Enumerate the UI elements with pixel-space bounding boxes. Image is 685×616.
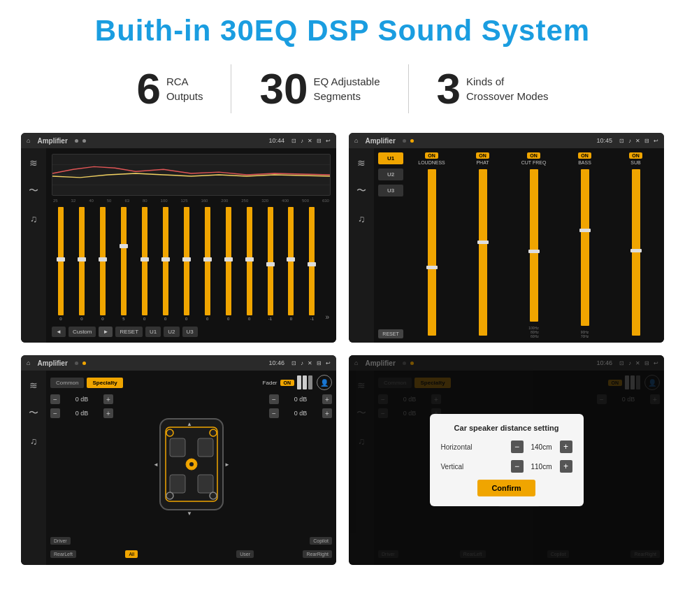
profile-icon[interactable]: 👤 xyxy=(317,375,332,390)
wave2-icon[interactable]: 〜 xyxy=(354,183,369,199)
dialog-box: Car speaker distance setting Horizontal … xyxy=(430,414,584,506)
eq-prev-btn[interactable]: ◄ xyxy=(52,327,66,337)
wave-icon[interactable]: 〜 xyxy=(26,183,41,199)
back2-icon[interactable]: ↩ xyxy=(654,138,658,144)
eq2-icon[interactable]: ≋ xyxy=(354,155,369,171)
wave3-icon[interactable]: 〜 xyxy=(26,406,41,421)
eq-u2-btn[interactable]: U2 xyxy=(164,327,179,337)
rearleft-btn[interactable]: RearLeft xyxy=(50,550,76,558)
eq-u3-btn[interactable]: U3 xyxy=(182,327,198,337)
eq-slider-9[interactable]: 0 xyxy=(219,207,238,321)
svg-rect-7 xyxy=(170,475,185,493)
eq-slider-4[interactable]: 5 xyxy=(115,207,133,321)
eq-custom-btn[interactable]: Custom xyxy=(68,327,96,337)
page-wrapper: Buith-in 30EQ DSP Sound System 6 RCA Out… xyxy=(0,0,685,579)
stat-text-crossover: Kinds of Crossover Modes xyxy=(466,67,549,103)
fader-on-badge[interactable]: ON xyxy=(280,380,295,386)
sub-on[interactable]: ON xyxy=(629,152,642,159)
fader-left-controls: − 0 dB + − 0 dB + xyxy=(50,394,113,534)
eq-slider-7[interactable]: 0 xyxy=(178,207,196,321)
db-plus-2[interactable]: + xyxy=(103,408,113,418)
db-plus-3[interactable]: + xyxy=(322,394,332,404)
back-icon[interactable]: ↩ xyxy=(326,138,331,144)
db-val-2: 0 dB xyxy=(63,410,101,417)
speaker2-icon[interactable]: ♫ xyxy=(354,211,369,227)
db-minus-1[interactable]: − xyxy=(50,394,60,404)
stats-row: 6 RCA Outputs 30 EQ Adjustable Segments … xyxy=(21,64,664,113)
eq-slider-11[interactable]: -1 xyxy=(261,207,280,321)
bass-slider[interactable] xyxy=(581,169,589,326)
arrow-right-icon[interactable]: » xyxy=(325,313,329,321)
db-minus-2[interactable]: − xyxy=(50,408,60,418)
fader-tabs: Common Specialty xyxy=(50,378,123,388)
u2-btn[interactable]: U2 xyxy=(378,169,403,180)
confirm-button[interactable]: Confirm xyxy=(477,480,535,496)
home2-icon[interactable]: ⌂ xyxy=(354,137,358,144)
eq-main: 25 32 40 50 63 80 100 125 160 200 250 32… xyxy=(46,148,336,343)
phat-slider[interactable] xyxy=(479,169,487,336)
loudness-slider[interactable] xyxy=(428,169,436,336)
eq-slider-10[interactable]: 0 xyxy=(240,207,259,321)
rearright-btn[interactable]: RearRight xyxy=(303,550,332,558)
speaker3-icon[interactable]: ♫ xyxy=(26,434,41,449)
eq-slider-13[interactable]: -1 xyxy=(303,207,321,321)
channel-bass: ON BASS 90Hz70Hz xyxy=(561,152,609,338)
eq-slider-5[interactable]: 0 xyxy=(136,207,154,321)
driver-btn[interactable]: Driver xyxy=(50,537,71,545)
eq-slider-12[interactable]: 0 xyxy=(282,207,300,321)
stat-line2-eq: Segments xyxy=(313,89,380,103)
horizontal-plus-btn[interactable]: + xyxy=(560,440,572,453)
crossover-main: U1 U2 U3 RESET ON LOUDNESS xyxy=(374,148,664,343)
crossover-reset-btn[interactable]: RESET xyxy=(378,329,403,338)
cutfreq-slider[interactable] xyxy=(530,169,538,322)
eq-slider-6[interactable]: 0 xyxy=(157,207,175,321)
eq-slider-2[interactable]: 0 xyxy=(73,207,91,321)
vertical-label: Vertical xyxy=(441,463,483,471)
stat-text-eq: EQ Adjustable Segments xyxy=(313,67,380,103)
horizontal-stepper: − 140cm + xyxy=(511,440,572,453)
topbar3-title: Amplifier xyxy=(37,359,67,367)
car-diagram: ▲ ▼ ◄ ► xyxy=(119,394,264,534)
cutfreq-on[interactable]: ON xyxy=(527,152,540,159)
horizontal-minus-btn[interactable]: − xyxy=(511,440,524,453)
vertical-plus-btn[interactable]: + xyxy=(560,460,572,473)
copilot-btn[interactable]: Copilot xyxy=(310,537,332,545)
stat-item-eq: 30 EQ Adjustable Segments xyxy=(231,67,408,110)
topbar1-dot2 xyxy=(82,139,86,143)
back3-icon[interactable]: ↩ xyxy=(326,360,331,366)
eq-u1-btn[interactable]: U1 xyxy=(145,327,161,337)
phat-on[interactable]: ON xyxy=(476,152,489,159)
eq-slider-8[interactable]: 0 xyxy=(199,207,217,321)
home3-icon[interactable]: ⌂ xyxy=(27,359,30,366)
eq3-icon[interactable]: ≋ xyxy=(26,378,41,393)
topbar3-time: 10:46 xyxy=(268,359,284,366)
loudness-on[interactable]: ON xyxy=(425,152,438,159)
user-btn[interactable]: User xyxy=(236,550,254,558)
tab-common[interactable]: Common xyxy=(50,378,84,388)
speaker-icon[interactable]: ♫ xyxy=(26,211,41,227)
bass-on[interactable]: ON xyxy=(578,152,591,159)
all-btn[interactable]: All xyxy=(125,550,138,558)
db-plus-4[interactable]: + xyxy=(322,408,332,418)
screen-eq: ⌂ Amplifier 10:44 ⊡ ♪ ✕ ⊟ ↩ ≋ 〜 ♫ xyxy=(21,133,336,343)
eq-slider-1[interactable]: 0 xyxy=(52,207,70,321)
svg-point-10 xyxy=(189,462,194,466)
eq-sliders-area: 0 0 0 5 0 0 0 0 0 0 -1 0 -1 » xyxy=(52,207,331,324)
vertical-minus-btn[interactable]: − xyxy=(511,460,524,473)
sub-slider[interactable] xyxy=(632,169,640,336)
tab-specialty[interactable]: Specialty xyxy=(87,378,122,388)
eq-reset-btn[interactable]: RESET xyxy=(115,327,143,337)
db-val-1: 0 dB xyxy=(63,396,101,403)
eq-slider-3[interactable]: 0 xyxy=(94,207,112,321)
db-minus-3[interactable]: − xyxy=(269,394,279,404)
db-minus-4[interactable]: − xyxy=(269,408,279,418)
channel-loudness: ON LOUDNESS xyxy=(408,152,456,338)
home-icon[interactable]: ⌂ xyxy=(27,137,30,144)
camera-icon: ⊡ xyxy=(291,138,296,144)
eq-play-btn[interactable]: ► xyxy=(99,327,113,337)
eq-icon[interactable]: ≋ xyxy=(26,155,41,171)
db-plus-1[interactable]: + xyxy=(103,394,113,404)
u1-btn[interactable]: U1 xyxy=(378,152,403,164)
eq-bottom-btns: ◄ Custom ► RESET U1 U2 U3 xyxy=(52,327,331,337)
u3-btn[interactable]: U3 xyxy=(378,185,403,196)
